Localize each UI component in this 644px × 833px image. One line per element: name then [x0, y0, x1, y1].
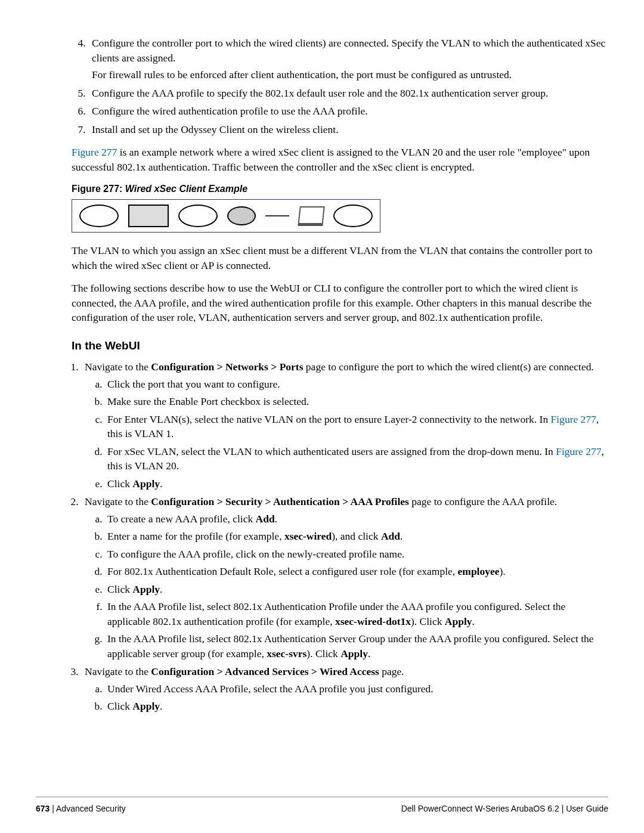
w1b: Make sure the Enable Port checkbox is se… [105, 394, 608, 409]
numbered-steps-4-7: Configure the controller port to which t… [72, 36, 608, 137]
w2g-xs: xsec-svrs [267, 648, 306, 659]
w1c-pre: For Enter VLAN(s), select the native VLA… [107, 413, 551, 425]
webui-step-2: Navigate to the Configuration > Security… [81, 494, 608, 661]
switch-icon [128, 205, 169, 227]
following-sections-paragraph: The following sections describe how to u… [72, 281, 608, 325]
cloud-icon [79, 205, 119, 227]
w3-path: Configuration > Advanced Services > Wire… [151, 665, 379, 677]
w3b-pre: Click [107, 700, 132, 712]
figure-277-diagram [72, 199, 380, 233]
footer-left-sep: | [49, 804, 56, 813]
w3-pre: Navigate to the [85, 665, 151, 677]
figure-277-link-d[interactable]: Figure 277 [556, 445, 601, 457]
w2g-apply: Apply [340, 648, 368, 659]
router-icon [227, 206, 256, 225]
section-heading-webui: In the WebUI [72, 338, 608, 354]
vlan-note-paragraph: The VLAN to which you assign an xSec cli… [72, 243, 608, 272]
w2g-post: . [368, 648, 370, 659]
w2g-mid: ). Click [306, 648, 340, 659]
w2e-post: . [160, 583, 162, 595]
w3b: Click Apply. [105, 699, 608, 714]
cloud2-icon [333, 205, 373, 227]
w2-post: page to configure the AAA profile. [409, 496, 557, 507]
w2g: In the AAA Profile list, select 802.1x A… [105, 631, 608, 661]
w3b-apply: Apply [132, 700, 160, 712]
w2e-apply: Apply [132, 583, 160, 595]
w2a-add: Add [256, 513, 275, 525]
w2a-post: . [275, 513, 277, 525]
footer-left-title: Advanced Security [56, 804, 126, 813]
w1a: Click the port that you want to configur… [105, 377, 608, 392]
w2a-pre: To create a new AAA profile, click [107, 513, 256, 525]
step-4-text: Configure the controller port to which t… [92, 37, 605, 64]
figure-277-link-c[interactable]: Figure 277 [551, 413, 596, 425]
w2f-xwd: xsec-wired-dot1x [335, 615, 411, 627]
w2c: To configure the AAA profile, click on t… [105, 547, 608, 562]
w2d-pre: For 802.1x Authentication Default Role, … [107, 565, 458, 577]
step-4: Configure the controller port to which t… [88, 36, 608, 82]
figure-277-link[interactable]: Figure 277 [72, 146, 117, 158]
connection-line-icon [265, 215, 289, 216]
w2d: For 802.1x Authentication Default Role, … [105, 564, 608, 579]
laptop-icon [298, 206, 324, 226]
w2e: Click Apply. [105, 582, 608, 597]
webui-step-2-sub: To create a new AAA profile, click Add. … [85, 512, 608, 661]
w2f-post: . [472, 615, 475, 627]
step-5: Configure the AAA profile to specify the… [88, 86, 608, 101]
figure-caption-title: Wired xSec Client Example [125, 184, 247, 194]
footer-doc: User Guide [566, 804, 608, 813]
webui-steps: Navigate to the Configuration > Networks… [64, 360, 608, 714]
w2-pre: Navigate to the [85, 496, 151, 507]
figure-intro-text: is an example network where a wired xSec… [72, 146, 590, 173]
w1-path: Configuration > Networks > Ports [151, 361, 303, 373]
w1d-pre: For xSec VLAN, select the VLAN to which … [107, 445, 556, 457]
w1d: For xSec VLAN, select the VLAN to which … [105, 444, 608, 473]
figure-caption-label: Figure 277: [72, 184, 122, 194]
webui-step-3-sub: Under Wired Access AAA Profile, select t… [85, 682, 608, 714]
w2a: To create a new AAA profile, click Add. [105, 512, 608, 527]
w3-post: page. [379, 665, 404, 677]
page-number: 673 [36, 804, 49, 813]
footer-right-sep: | [559, 804, 566, 813]
w2d-post: ). [500, 565, 506, 577]
w2b-pre: Enter a name for the profile (for exampl… [107, 530, 284, 542]
w3b-post: . [160, 700, 162, 712]
figure-277-caption: Figure 277: Wired xSec Client Example [72, 182, 608, 196]
w2b-add: Add [381, 530, 400, 542]
webui-step-3: Navigate to the Configuration > Advanced… [81, 664, 608, 714]
w2b-xw: xsec-wired [284, 530, 332, 542]
w2f: In the AAA Profile list, select 802.1x A… [105, 599, 608, 628]
footer-product: Dell PowerConnect W-Series ArubaOS 6.2 [401, 804, 559, 813]
webui-step-1: Navigate to the Configuration > Networks… [81, 360, 608, 491]
figure-intro-paragraph: Figure 277 is an example network where a… [72, 145, 608, 174]
w2b: Enter a name for the profile (for exampl… [105, 529, 608, 544]
network-icon [178, 205, 218, 227]
step-7: Install and set up the Odyssey Client on… [88, 122, 608, 137]
w1e-post: . [160, 478, 162, 490]
w1e-apply: Apply [132, 478, 160, 490]
w3a: Under Wired Access AAA Profile, select t… [105, 682, 608, 696]
w2b-mid: ), and click [332, 530, 381, 542]
w1c: For Enter VLAN(s), select the native VLA… [105, 412, 608, 441]
w1-post: page to configure the port to which the … [303, 361, 593, 373]
step-4-note: For firewall rules to be enforced after … [92, 67, 608, 82]
step-6: Configure the wired authentication profi… [88, 104, 608, 119]
w1-pre: Navigate to the [85, 361, 151, 373]
w1e: Click Apply. [105, 476, 608, 491]
w2e-pre: Click [107, 583, 132, 595]
w2d-emp: employee [458, 565, 500, 577]
w2-path: Configuration > Security > Authenticatio… [151, 496, 409, 507]
footer-right: Dell PowerConnect W-Series ArubaOS 6.2 |… [401, 803, 608, 815]
w2f-mid: ). Click [411, 615, 445, 627]
page-footer: 673 | Advanced Security Dell PowerConnec… [36, 797, 608, 815]
w1e-pre: Click [107, 478, 132, 490]
w2f-apply: Apply [445, 615, 472, 627]
w2b-post: . [400, 530, 402, 542]
webui-step-1-sub: Click the port that you want to configur… [85, 377, 608, 491]
footer-left: 673 | Advanced Security [36, 803, 126, 815]
